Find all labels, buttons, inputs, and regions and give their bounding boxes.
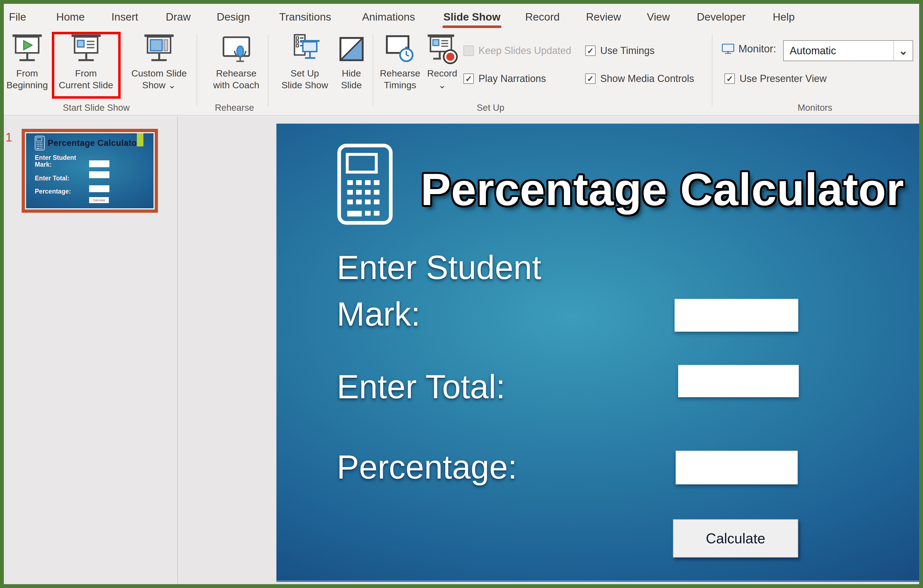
- screen-record-dot-icon: [425, 32, 459, 67]
- tab-design[interactable]: Design: [217, 4, 250, 30]
- tab-animations[interactable]: Animations: [362, 4, 415, 30]
- monitor-label: Monitor:: [739, 43, 776, 55]
- checkbox-box: ✓: [463, 74, 474, 84]
- window: File Home Insert Draw Design Transitions…: [0, 0, 923, 588]
- slide-editor-area: Percentage Calculator Enter Student Mark…: [178, 116, 919, 584]
- custom-slide-show-button[interactable]: Custom SlideShow ⌄: [123, 32, 195, 101]
- checkbox-box: ✓: [724, 74, 735, 84]
- content-area: 1 Percentage Calculator: [4, 116, 919, 584]
- hide-slide-button[interactable]: HideSlide: [327, 32, 375, 101]
- rehearse-with-coach-button[interactable]: Rehearsewith Coach: [203, 32, 270, 101]
- chevron-down-icon[interactable]: ⌄: [893, 41, 913, 61]
- tab-developer[interactable]: Developer: [697, 4, 746, 30]
- ribbon-separator: [197, 34, 197, 106]
- projector-screen-play-icon: [10, 32, 44, 67]
- checkbox-box: ✓: [585, 46, 596, 56]
- total-input-box[interactable]: [678, 365, 799, 397]
- slide-number: 1: [5, 131, 12, 144]
- rehearse-timings-button[interactable]: RehearseTimings: [375, 32, 425, 101]
- ribbon-separator: [712, 34, 713, 106]
- thumbnail-slide-title: Percentage Calculator: [48, 138, 140, 148]
- annotation-red-box: [52, 32, 121, 99]
- thumbnail-calculate-button: Calculate: [89, 197, 109, 203]
- monitor-dropdown[interactable]: Automatic ⌄: [783, 40, 913, 61]
- active-tab-underline: [443, 26, 501, 28]
- group-label-set-up: Set Up: [477, 103, 504, 113]
- tab-draw[interactable]: Draw: [166, 4, 191, 30]
- tab-transitions[interactable]: Transitions: [279, 4, 331, 30]
- mark-label: Mark:: [337, 295, 420, 333]
- tab-record[interactable]: Record: [525, 4, 560, 30]
- projector-screen-custom-icon: [142, 32, 176, 67]
- menu-bar: File Home Insert Draw Design Transitions…: [4, 4, 919, 30]
- check-icon: ✓: [587, 46, 594, 56]
- lime-accent-bar: [137, 133, 143, 146]
- slide-thumbnail-panel: 1 Percentage Calculator: [4, 116, 178, 584]
- tab-help[interactable]: Help: [773, 4, 795, 30]
- use-presenter-view-checkbox[interactable]: ✓ Use Presenter View: [724, 73, 826, 85]
- powerpoint-app: File Home Insert Draw Design Transitions…: [4, 4, 919, 584]
- chevron-down-icon: ⌄: [438, 80, 446, 90]
- monitor-setting: Monitor:: [721, 42, 776, 56]
- group-label-monitors: Monitors: [798, 103, 833, 113]
- screen-microphone-icon: [220, 32, 253, 67]
- from-beginning-button[interactable]: FromBeginning: [4, 32, 51, 101]
- checkbox-box: ✓: [585, 74, 596, 84]
- thumbnail-label: Enter Student: [35, 154, 76, 161]
- use-timings-checkbox[interactable]: ✓ Use Timings: [585, 45, 655, 57]
- settings-list-screen-icon: [288, 32, 322, 67]
- mark-input-box[interactable]: [675, 299, 798, 332]
- slide-canvas[interactable]: Percentage Calculator Enter Student Mark…: [276, 124, 919, 582]
- show-media-controls-checkbox[interactable]: ✓ Show Media Controls: [585, 73, 694, 85]
- keep-slides-updated-checkbox[interactable]: Keep Slides Updated: [463, 45, 571, 57]
- calculate-button[interactable]: Calculate: [673, 519, 798, 558]
- thumbnail-slide-preview: Percentage Calculator Enter Student Mark…: [25, 132, 154, 210]
- screen-stopwatch-icon: [383, 32, 417, 67]
- thumbnail-label: Enter Total:: [35, 175, 69, 182]
- check-icon: ✓: [465, 74, 472, 84]
- tab-review[interactable]: Review: [586, 4, 621, 30]
- tab-home[interactable]: Home: [56, 4, 85, 30]
- record-button[interactable]: Record⌄: [425, 32, 459, 101]
- thumbnail-input-box: [89, 161, 109, 167]
- tab-insert[interactable]: Insert: [111, 4, 138, 30]
- calculator-icon: [34, 136, 45, 151]
- check-icon: ✓: [587, 74, 594, 84]
- slide-title: Percentage Calculator: [420, 164, 904, 215]
- checkbox-box: [463, 46, 474, 56]
- percentage-input-box[interactable]: [676, 450, 798, 484]
- monitor-icon: [721, 42, 735, 56]
- check-icon: ✓: [726, 74, 733, 84]
- slide-1-thumbnail[interactable]: Percentage Calculator Enter Student Mark…: [22, 129, 158, 213]
- group-label-rehearse: Rehearse: [215, 103, 254, 113]
- diagonal-split-slide-icon: [335, 32, 368, 67]
- thumbnail-label: Percentage:: [35, 188, 71, 195]
- play-narrations-checkbox[interactable]: ✓ Play Narrations: [463, 73, 546, 85]
- enter-total-label: Enter Total:: [337, 368, 505, 406]
- tab-file[interactable]: File: [9, 4, 26, 30]
- chevron-down-icon: ⌄: [168, 80, 176, 90]
- thumbnail-input-box: [89, 185, 109, 192]
- calculator-icon: [337, 143, 393, 225]
- tab-view[interactable]: View: [647, 4, 670, 30]
- thumbnail-input-box: [89, 171, 109, 178]
- percentage-label: Percentage:: [337, 448, 517, 486]
- enter-student-label: Enter Student: [337, 248, 541, 287]
- monitor-dropdown-value: Automatic: [784, 45, 893, 57]
- ribbon-separator: [373, 34, 373, 106]
- group-label-start-slide-show: Start Slide Show: [63, 103, 130, 113]
- ribbon-separator: [268, 34, 268, 106]
- thumbnail-label: Mark:: [35, 161, 51, 168]
